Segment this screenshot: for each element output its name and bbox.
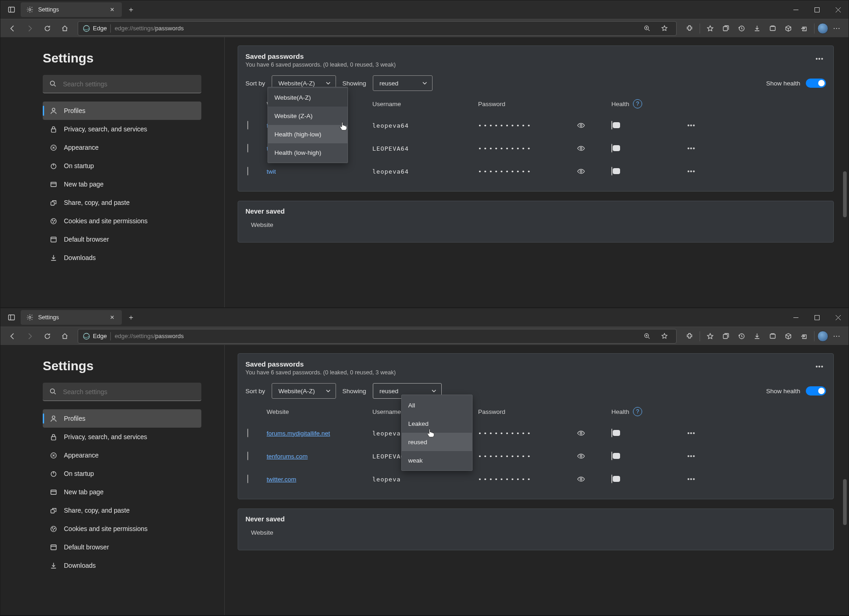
row-checkbox[interactable] xyxy=(247,144,248,153)
reveal-password-button[interactable] xyxy=(575,450,587,463)
sidebar-item-default-browser[interactable]: Default browser xyxy=(43,230,201,249)
reveal-password-button[interactable] xyxy=(575,165,587,178)
refresh-button[interactable] xyxy=(40,21,55,36)
card-menu-button[interactable]: ••• xyxy=(813,52,826,65)
share-icon[interactable] xyxy=(797,21,811,36)
row-menu-button[interactable]: ••• xyxy=(685,119,698,132)
favorites-icon[interactable] xyxy=(703,329,718,344)
showing-option[interactable]: Leaked xyxy=(402,414,472,433)
minimize-button[interactable] xyxy=(785,308,806,327)
maximize-button[interactable] xyxy=(806,0,827,19)
reveal-password-button[interactable] xyxy=(575,427,587,440)
show-health-toggle[interactable] xyxy=(806,79,826,88)
new-tab-button[interactable]: ＋ xyxy=(125,3,137,16)
site-link[interactable]: tenforums.com xyxy=(267,453,372,460)
collections-icon[interactable] xyxy=(718,21,733,36)
address-bar[interactable]: Edge edge://settings/passwords xyxy=(78,329,677,344)
sidebar-item-share-copy-and-paste[interactable]: Share, copy, and paste xyxy=(43,501,201,520)
extensions-icon[interactable] xyxy=(682,21,697,36)
row-checkbox[interactable] xyxy=(247,475,248,483)
screenshot-icon[interactable] xyxy=(765,329,780,344)
close-window-button[interactable] xyxy=(827,0,849,19)
tab-actions-button[interactable] xyxy=(5,311,18,324)
favorites-icon[interactable] xyxy=(703,21,718,36)
sidebar-item-cookies-and-site-permissions[interactable]: Cookies and site permissions xyxy=(43,212,201,230)
card-menu-button[interactable]: ••• xyxy=(813,360,826,373)
app-menu-button[interactable]: ⋯ xyxy=(829,21,844,36)
browser-tab[interactable]: Settings ✕ xyxy=(21,2,122,17)
scrollbar-thumb[interactable] xyxy=(843,171,847,217)
row-checkbox[interactable] xyxy=(247,121,248,130)
sort-option[interactable]: Health (high-low) xyxy=(268,125,348,143)
sidebar-item-cookies-and-site-permissions[interactable]: Cookies and site permissions xyxy=(43,520,201,538)
sort-option[interactable]: Health (low-high) xyxy=(268,143,348,162)
showing-option[interactable]: All xyxy=(402,396,472,414)
health-help-icon[interactable]: ? xyxy=(633,99,642,108)
sidebar-item-privacy-search-and-services[interactable]: Privacy, search, and services xyxy=(43,120,201,138)
health-help-icon[interactable]: ? xyxy=(633,407,642,416)
downloads-icon[interactable] xyxy=(750,21,764,36)
sidebar-item-on-startup[interactable]: On startup xyxy=(43,464,201,483)
maximize-button[interactable] xyxy=(806,308,827,327)
sidebar-item-new-tab-page[interactable]: New tab page xyxy=(43,175,201,193)
downloads-icon[interactable] xyxy=(750,329,764,344)
webcapture-icon[interactable] xyxy=(781,329,796,344)
showing-option[interactable]: reused xyxy=(402,433,472,451)
extensions-icon[interactable] xyxy=(682,329,697,344)
search-settings-input[interactable] xyxy=(43,75,201,93)
sort-by-select[interactable]: Website(A-Z) xyxy=(272,383,336,399)
collections-icon[interactable] xyxy=(718,329,733,344)
sidebar-item-new-tab-page[interactable]: New tab page xyxy=(43,483,201,501)
row-checkbox[interactable] xyxy=(247,452,248,460)
sidebar-item-appearance[interactable]: Appearance xyxy=(43,446,201,464)
sort-option[interactable]: Website(A-Z) xyxy=(268,88,348,107)
screenshot-icon[interactable] xyxy=(765,21,780,36)
reveal-password-button[interactable] xyxy=(575,142,587,155)
home-button[interactable] xyxy=(57,21,72,36)
reveal-password-button[interactable] xyxy=(575,473,587,486)
site-link[interactable]: forums.mydigitallife.net xyxy=(267,430,372,437)
forward-button[interactable] xyxy=(23,21,37,36)
forward-button[interactable] xyxy=(23,329,37,344)
webcapture-icon[interactable] xyxy=(781,21,796,36)
zoom-icon[interactable] xyxy=(639,329,654,344)
home-button[interactable] xyxy=(57,329,72,344)
address-bar[interactable]: Edge edge://settings/passwords xyxy=(78,21,677,36)
search-settings-input[interactable] xyxy=(43,383,201,401)
history-icon[interactable] xyxy=(734,329,749,344)
showing-option[interactable]: weak xyxy=(402,451,472,469)
sidebar-item-default-browser[interactable]: Default browser xyxy=(43,538,201,556)
sidebar-item-appearance[interactable]: Appearance xyxy=(43,138,201,157)
site-link[interactable]: twitter.com xyxy=(267,476,372,483)
sidebar-item-profiles[interactable]: Profiles xyxy=(43,409,201,428)
showing-select[interactable]: reused xyxy=(373,75,433,91)
profile-avatar[interactable] xyxy=(817,23,828,34)
refresh-button[interactable] xyxy=(40,329,55,344)
app-menu-button[interactable]: ⋯ xyxy=(829,329,844,344)
sidebar-item-downloads[interactable]: Downloads xyxy=(43,556,201,575)
history-icon[interactable] xyxy=(734,21,749,36)
show-health-toggle[interactable] xyxy=(806,386,826,396)
new-tab-button[interactable]: ＋ xyxy=(125,311,137,324)
sidebar-item-on-startup[interactable]: On startup xyxy=(43,157,201,175)
tab-actions-button[interactable] xyxy=(5,3,18,16)
sort-option[interactable]: Website (Z-A) xyxy=(268,107,348,125)
sidebar-item-share-copy-and-paste[interactable]: Share, copy, and paste xyxy=(43,193,201,212)
sidebar-item-privacy-search-and-services[interactable]: Privacy, search, and services xyxy=(43,428,201,446)
profile-avatar[interactable] xyxy=(817,331,828,342)
site-link[interactable]: twitter.com xyxy=(267,168,276,175)
row-menu-button[interactable]: ••• xyxy=(685,473,698,486)
favorite-add-icon[interactable] xyxy=(657,329,672,344)
reveal-password-button[interactable] xyxy=(575,119,587,132)
tab-close-button[interactable]: ✕ xyxy=(107,312,117,322)
row-menu-button[interactable]: ••• xyxy=(685,427,698,440)
row-checkbox[interactable] xyxy=(247,429,248,437)
browser-tab[interactable]: Settings ✕ xyxy=(21,310,122,325)
back-button[interactable] xyxy=(5,329,20,344)
minimize-button[interactable] xyxy=(785,0,806,19)
scrollbar-thumb[interactable] xyxy=(843,479,847,525)
row-menu-button[interactable]: ••• xyxy=(685,142,698,155)
sidebar-item-profiles[interactable]: Profiles xyxy=(43,102,201,120)
sidebar-item-downloads[interactable]: Downloads xyxy=(43,249,201,267)
row-menu-button[interactable]: ••• xyxy=(685,450,698,463)
